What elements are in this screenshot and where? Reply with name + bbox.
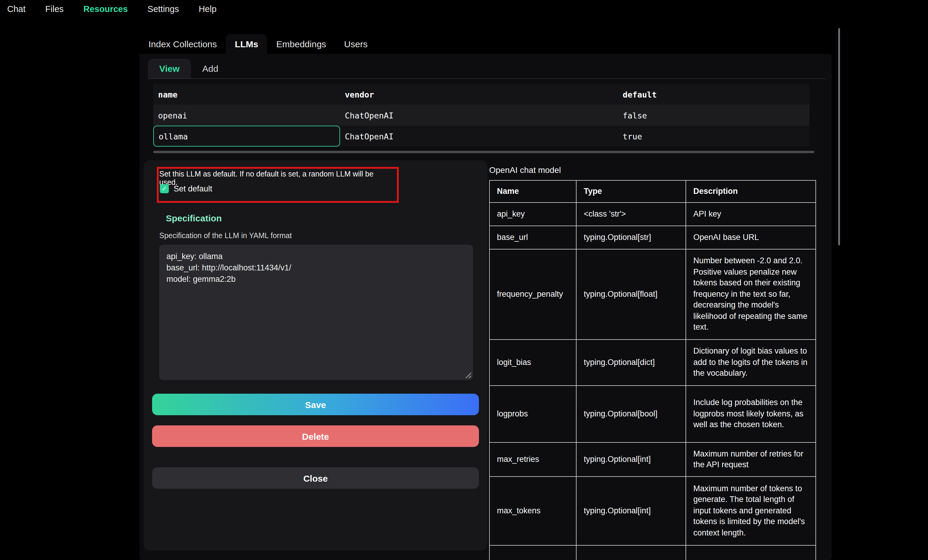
param-description: Maximum number of tokens to generate. Th…	[686, 476, 816, 545]
check-icon: ✓	[162, 186, 167, 192]
cell-name-selected[interactable]: ollama	[153, 126, 340, 146]
page-scrollbar[interactable]	[838, 28, 840, 245]
close-button[interactable]: Close	[152, 467, 479, 489]
column-header-name: Name	[490, 180, 576, 202]
nav-item-resources[interactable]: Resources	[84, 4, 128, 14]
cell-default[interactable]: true	[618, 126, 809, 146]
param-type: typing.Optional[str]	[576, 226, 686, 249]
top-navigation: Chat Files Resources Settings Help	[0, 0, 928, 18]
table-row: logprobs typing.Optional[bool] Include l…	[490, 386, 816, 443]
param-name: max_retries	[490, 443, 576, 476]
tab-index-collections[interactable]: Index Collections	[139, 34, 226, 54]
param-description: OpenAI base URL	[686, 226, 816, 249]
param-description: Include log probabilities on the logprob…	[686, 386, 816, 443]
tab-llms[interactable]: LLMs	[226, 34, 267, 54]
table-row: frequency_penalty typing.Optional[float]…	[490, 249, 816, 339]
table-row: base_url typing.Optional[str] OpenAI bas…	[490, 226, 816, 249]
param-name: base_url	[490, 226, 576, 249]
table-row-ollama[interactable]: ollama ChatOpenAI true	[153, 126, 809, 146]
table-row-openai[interactable]: openai ChatOpenAI false	[153, 105, 809, 126]
app-window: Chat Files Resources Settings Help Index…	[0, 0, 928, 560]
param-name: api_key	[490, 202, 576, 226]
tab-embeddings[interactable]: Embeddings	[267, 34, 335, 54]
nav-item-chat[interactable]: Chat	[7, 4, 26, 14]
param-type: typing.Optional[int]	[576, 476, 686, 545]
column-header-vendor: vendor	[340, 84, 618, 105]
table-row: logit_bias typing.Optional[dict] Diction…	[490, 339, 816, 386]
param-description: API key	[686, 202, 816, 226]
param-name: logit_bias	[490, 339, 576, 386]
subtab-add[interactable]: Add	[191, 59, 230, 78]
delete-button[interactable]: Delete	[152, 425, 479, 447]
param-type: typing.Optional[dict]	[576, 339, 686, 386]
param-name	[490, 545, 576, 560]
subtab-divider	[148, 78, 826, 79]
set-default-label: Set default	[174, 184, 212, 193]
table-row: api_key <class 'str'> API key	[490, 202, 816, 226]
param-type: typing.Optional[int]	[576, 443, 686, 476]
llm-list-table: name vendor default openai ChatOpenAI fa…	[153, 84, 809, 146]
table-horizontal-scrollbar[interactable]	[153, 151, 814, 153]
cell-vendor[interactable]: ChatOpenAI	[340, 126, 618, 146]
table-row	[490, 545, 816, 560]
set-default-checkbox[interactable]: ✓	[160, 184, 169, 193]
llms-subtab-bar: View Add	[148, 59, 230, 78]
param-name: logprobs	[490, 386, 576, 443]
param-description: Number between -2.0 and 2.0. Positive va…	[686, 249, 816, 339]
specification-subtitle: Specification of the LLM in YAML format	[159, 231, 292, 240]
model-info-table: Name Type Description api_key <class 'st…	[489, 180, 816, 560]
cell-default[interactable]: false	[618, 105, 809, 126]
llm-detail-card: Set this LLM as default. If no default i…	[144, 160, 487, 551]
resources-tab-bar: Index Collections LLMs Embeddings Users	[139, 34, 377, 54]
tab-users[interactable]: Users	[335, 34, 377, 54]
nav-item-files[interactable]: Files	[45, 4, 64, 14]
nav-item-help[interactable]: Help	[199, 4, 217, 14]
table-row: max_tokens typing.Optional[int] Maximum …	[490, 476, 816, 545]
param-name: frequency_penalty	[490, 249, 576, 339]
column-header-type: Type	[576, 180, 686, 202]
cell-name[interactable]: openai	[153, 105, 340, 126]
param-name: max_tokens	[490, 476, 576, 545]
column-header-name: name	[153, 84, 340, 105]
nav-item-settings[interactable]: Settings	[148, 4, 179, 14]
model-table-header-row: Name Type Description	[490, 180, 816, 202]
param-description: Maximum number of retries for the API re…	[686, 443, 816, 476]
column-header-description: Description	[686, 180, 816, 202]
model-info-title: OpenAI chat model	[489, 165, 561, 175]
subtab-view[interactable]: View	[148, 59, 191, 78]
param-description	[686, 545, 816, 560]
param-type	[576, 545, 686, 560]
resize-handle-icon[interactable]	[465, 371, 472, 379]
param-description: Dictionary of logit bias values to add t…	[686, 339, 816, 386]
llm-table-header-row: name vendor default	[153, 84, 809, 105]
specification-yaml-input[interactable]: api_key: ollama base_url: http://localho…	[159, 245, 473, 380]
cell-vendor[interactable]: ChatOpenAI	[340, 105, 618, 126]
set-default-row: ✓ Set default	[160, 184, 212, 193]
param-type: typing.Optional[bool]	[576, 386, 686, 443]
specification-title: Specification	[166, 213, 222, 223]
param-type: typing.Optional[float]	[576, 249, 686, 339]
column-header-default: default	[618, 84, 809, 105]
save-button[interactable]: Save	[152, 394, 479, 415]
param-type: <class 'str'>	[576, 202, 686, 226]
table-row: max_retries typing.Optional[int] Maximum…	[490, 443, 816, 476]
